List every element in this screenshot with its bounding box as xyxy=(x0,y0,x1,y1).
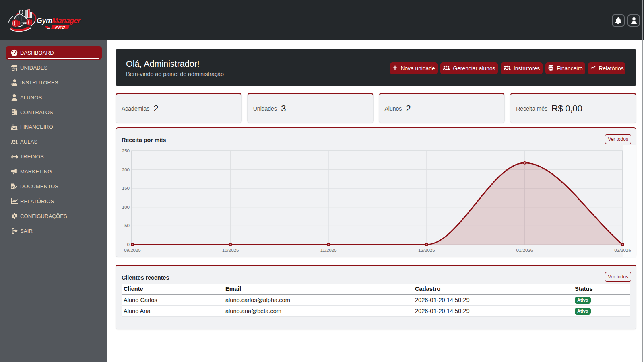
svg-text:150: 150 xyxy=(122,186,130,191)
svg-text:0: 0 xyxy=(127,242,130,247)
svg-text:02/2026: 02/2026 xyxy=(614,248,631,253)
svg-text:01/2026: 01/2026 xyxy=(516,248,533,253)
svg-text:12/2025: 12/2025 xyxy=(418,248,435,253)
svg-text:09/2025: 09/2025 xyxy=(124,248,141,253)
svg-text:100: 100 xyxy=(122,205,130,210)
svg-text:50: 50 xyxy=(124,223,130,228)
svg-text:11/2025: 11/2025 xyxy=(320,248,337,253)
svg-text:200: 200 xyxy=(122,167,130,172)
svg-text:10/2025: 10/2025 xyxy=(222,248,239,253)
svg-text:250: 250 xyxy=(122,148,130,153)
